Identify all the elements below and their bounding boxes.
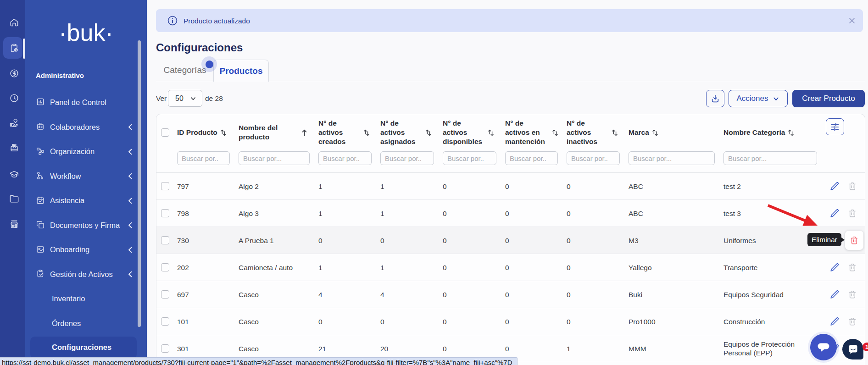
table-row-798[interactable]: 798Algo 311000ABCtest 3 xyxy=(156,200,865,227)
rail-item-hand-heart[interactable] xyxy=(1,113,27,133)
column-header-6[interactable]: N° de activos inactivos xyxy=(567,114,629,151)
row-checkbox[interactable] xyxy=(161,182,169,190)
rail-item-store[interactable] xyxy=(1,215,27,234)
table-row-697[interactable]: 697Casco44000BukiEquipos Seguridad xyxy=(156,281,865,308)
rail-item-clipboard-clock[interactable] xyxy=(1,39,27,58)
row-cell-actions xyxy=(826,281,865,308)
sidebar-subitem-inventario[interactable]: Inventario xyxy=(25,287,147,311)
trash-icon[interactable] xyxy=(848,263,857,272)
search-filter-input-1[interactable] xyxy=(239,151,310,165)
edit-icon[interactable] xyxy=(829,289,840,299)
rail-item-gift[interactable] xyxy=(1,138,27,157)
chevron-left-icon xyxy=(127,221,134,229)
rail-item-home[interactable] xyxy=(1,13,27,32)
row-cell-nombre: Algo 2 xyxy=(239,182,318,191)
sort-both-icon[interactable] xyxy=(612,129,618,137)
column-header-3[interactable]: N° de activos asignados xyxy=(380,114,443,151)
chat-launcher-navy[interactable] xyxy=(842,339,863,359)
column-header-1[interactable]: Nombre del producto xyxy=(239,114,318,151)
cell-nombre: Camioneta / auto xyxy=(239,263,293,272)
search-filter-input-6[interactable] xyxy=(567,151,620,165)
sidebar-item-label: Documentos y Firma xyxy=(50,221,120,230)
sidebar-item-organizaci-n[interactable]: Organización xyxy=(25,139,147,164)
sort-both-icon[interactable] xyxy=(488,129,494,137)
rail-item-dollar-circle[interactable] xyxy=(1,64,27,83)
column-header-0[interactable]: ID Producto xyxy=(177,114,239,151)
close-icon[interactable] xyxy=(847,16,857,25)
edit-icon[interactable] xyxy=(829,208,840,218)
search-filter-input-7[interactable] xyxy=(629,151,715,165)
row-checkbox[interactable] xyxy=(161,263,169,271)
row-checkbox[interactable] xyxy=(161,209,169,217)
sidebar-subitem--rdenes[interactable]: Órdenes xyxy=(25,311,147,336)
delete-button-highlighted[interactable] xyxy=(845,231,863,250)
row-cell-disponibles: 0 xyxy=(443,182,505,191)
sort-both-icon[interactable] xyxy=(425,129,432,137)
row-checkbox[interactable] xyxy=(161,344,169,353)
search-filter-input-2[interactable] xyxy=(318,151,372,165)
cell-id: 730 xyxy=(177,236,189,245)
crear-producto-button[interactable]: Crear Producto xyxy=(792,90,865,107)
edit-icon[interactable] xyxy=(829,316,840,326)
table-row-202[interactable]: 202Camioneta / auto11000YallegoTransport… xyxy=(156,254,865,281)
search-filter-input-0[interactable] xyxy=(177,151,230,165)
trash-icon[interactable] xyxy=(848,317,857,326)
row-cell-id: 202 xyxy=(177,263,239,272)
sidebar-item-colaboradores[interactable]: Colaboradores xyxy=(25,115,147,139)
row-checkbox[interactable] xyxy=(161,317,169,326)
search-filter-input-3[interactable] xyxy=(380,151,434,165)
sidebar-item-gesti-n-de-activos[interactable]: Gestión de Activos xyxy=(25,262,147,287)
trash-icon[interactable] xyxy=(848,182,857,191)
row-checkbox[interactable] xyxy=(161,236,169,244)
download-button[interactable] xyxy=(706,90,724,107)
rail-item-folder[interactable] xyxy=(1,189,27,209)
cell-disponibles: 0 xyxy=(443,236,447,245)
chat-launcher-blue[interactable] xyxy=(810,334,837,360)
sidebar-item-workflow[interactable]: Workflow xyxy=(25,164,147,188)
sidebar-item-asistencia[interactable]: Asistencia xyxy=(25,188,147,213)
cell-asignados: 1 xyxy=(380,263,384,272)
edit-icon[interactable] xyxy=(829,181,840,191)
row-cell-actions xyxy=(826,173,865,199)
search-filter-input-8[interactable] xyxy=(723,151,817,165)
column-label: N° de activos en mantención xyxy=(505,119,549,146)
acciones-button[interactable]: Acciones xyxy=(729,90,788,107)
table-row-730[interactable]: 730A Prueba 100000M3UniformesEliminar xyxy=(156,227,865,254)
row-cell-asignados: 1 xyxy=(380,182,443,191)
edit-icon[interactable] xyxy=(829,262,840,272)
cell-nombre: Algo 2 xyxy=(239,182,259,191)
row-checkbox[interactable] xyxy=(161,290,169,299)
search-filter-input-5[interactable] xyxy=(505,151,558,165)
column-settings-button[interactable] xyxy=(826,118,844,135)
cell-creados: 21 xyxy=(318,344,326,353)
sidebar-item-panel-de-control[interactable]: Panel de Control xyxy=(25,90,147,115)
tab-productos[interactable]: Productos xyxy=(213,60,269,82)
column-header-7[interactable]: Marca xyxy=(629,114,723,151)
select-all-checkbox[interactable] xyxy=(161,128,169,137)
sort-both-icon[interactable] xyxy=(652,129,658,137)
sort-both-icon[interactable] xyxy=(363,129,370,137)
chevron-left-icon xyxy=(127,148,134,155)
table-row-101[interactable]: 101Casco00000Pro1000Construcción xyxy=(156,308,865,335)
column-header-2[interactable]: N° de activos creados xyxy=(318,114,380,151)
table-row-797[interactable]: 797Algo 211000ABCtest 2 xyxy=(156,173,865,200)
column-header-8[interactable]: Nombre Categoría xyxy=(723,114,826,151)
sort-both-icon[interactable] xyxy=(788,129,794,137)
search-filter-input-4[interactable] xyxy=(443,151,496,165)
sidebar-item-documentos-y-firma[interactable]: Documentos y Firma xyxy=(25,213,147,238)
sort-both-icon[interactable] xyxy=(552,129,558,137)
page-size-select[interactable]: 50 xyxy=(168,90,202,107)
column-header-4[interactable]: N° de activos disponibles xyxy=(443,114,505,151)
trash-icon[interactable] xyxy=(848,290,857,299)
sidebar-item-onboarding[interactable]: Onboarding xyxy=(25,238,147,262)
rail-item-clock[interactable] xyxy=(1,88,27,108)
column-header-5[interactable]: N° de activos en mantención xyxy=(505,114,567,151)
rail-item-graduation-cap[interactable] xyxy=(1,165,27,184)
sidebar-item-label: Panel de Control xyxy=(50,98,106,107)
sort-asc-icon[interactable] xyxy=(301,129,308,137)
trash-icon[interactable] xyxy=(848,209,857,218)
sidebar-scrollbar[interactable] xyxy=(138,40,141,327)
sort-both-icon[interactable] xyxy=(220,129,227,137)
tab-badge-dot xyxy=(206,61,213,68)
cell-mantencion: 0 xyxy=(505,317,509,326)
